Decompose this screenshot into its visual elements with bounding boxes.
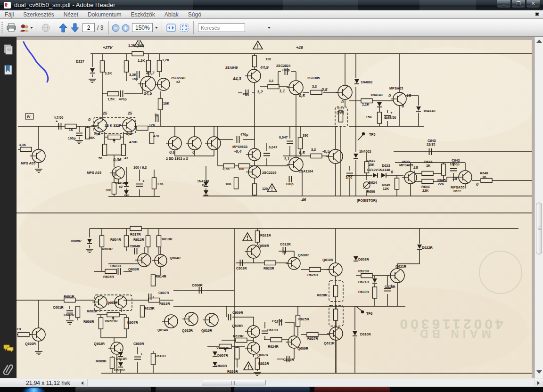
schematic-label: 390 — [303, 133, 308, 138]
schematic-label: 24,5 — [143, 91, 153, 96]
thumb-grip — [538, 227, 541, 230]
arrow-up-icon — [58, 23, 68, 33]
schematic-label: C607R — [158, 291, 169, 295]
schematic-label: (POSISTOR) — [357, 198, 377, 203]
horizontal-scroll-thumb[interactable] — [202, 380, 266, 385]
taskbar-button[interactable] — [314, 387, 390, 392]
menu-edit[interactable]: Szerkesztés — [18, 11, 58, 18]
schematic-label: 0,047 — [269, 145, 277, 149]
document-viewport: 4002116300MAIN BD.++++++27V1,2K (1W)DZ27… — [16, 37, 535, 378]
schematic-label: VR601R — [105, 319, 118, 323]
collaborate-dropdown[interactable] — [29, 21, 34, 34]
schematic-label: R614R — [156, 274, 166, 278]
schematic-label: D607R — [217, 353, 228, 358]
taskbar-button[interactable] — [234, 387, 310, 392]
schematic-label: -0,4 — [234, 149, 242, 154]
vertical-scrollbar[interactable] — [535, 37, 543, 378]
zoom-out-button[interactable] — [111, 21, 120, 34]
plus-circle-icon — [122, 24, 130, 32]
title-bar[interactable]: dual_cv6050_sm.pdf - Adobe Reader _ ❐ ✕ — [0, 0, 543, 10]
schematic-label: R626R — [307, 273, 318, 277]
schematic-label: 470B — [129, 140, 137, 144]
schematic-label: TP6 — [366, 311, 372, 316]
schematic-label: 1K — [426, 163, 431, 168]
close-document-icon[interactable]: ✖ — [535, 11, 539, 17]
schematic-label: Q611R — [324, 341, 335, 345]
schematic-label: C611R — [272, 319, 283, 323]
schematic-label: 47 — [124, 156, 128, 160]
fit-width-button[interactable] — [165, 21, 177, 34]
start-button[interactable] — [25, 388, 43, 392]
pdf-app-icon — [4, 2, 11, 8]
scroll-down-icon[interactable] — [536, 370, 542, 374]
schematic-label: Q621R — [395, 264, 407, 269]
pages-panel-button[interactable] — [3, 44, 13, 55]
schematic-label: 0,47/50 — [385, 115, 396, 120]
schematic-label: R612R — [133, 237, 144, 242]
schematic-label: D622R — [422, 245, 433, 250]
collaborate-button[interactable] — [19, 21, 30, 34]
schematic-label: R627R — [307, 336, 318, 341]
schematic-label: R615R — [144, 306, 155, 310]
schematic-label: +27V — [103, 45, 113, 50]
schematic-label: 1N4148 — [423, 109, 436, 113]
attachments-panel-button[interactable] — [3, 363, 13, 374]
schematic-label: 0 — [388, 93, 391, 98]
fit-page-icon — [179, 23, 189, 33]
menu-file[interactable]: Fájl — [0, 11, 18, 18]
menu-tools[interactable]: Eszközök — [126, 11, 159, 18]
schematic-label: 12K — [383, 187, 389, 191]
scroll-right-icon[interactable] — [537, 381, 540, 385]
schematic-label: 330 — [106, 188, 111, 192]
schematic-label: C606R — [192, 283, 203, 287]
zoom-level-display[interactable]: 150% — [132, 23, 153, 32]
restore-button[interactable]: ❐ — [511, 0, 526, 8]
schematic-label: R620R — [227, 369, 238, 374]
schematic-label: MPS A05 — [87, 171, 101, 175]
zoom-dropdown[interactable] — [154, 21, 159, 34]
search-input[interactable] — [198, 25, 268, 31]
scroll-up-icon[interactable] — [536, 40, 542, 43]
schematic-label: 0,4 — [126, 131, 132, 136]
schematic-label: Q616R — [201, 328, 213, 333]
pdf-page[interactable]: 4002116300MAIN BD.++++++27V1,2K (1W)DZ27… — [16, 40, 532, 378]
schematic-label: C602R — [64, 313, 74, 317]
schematic-label: 1/50 — [346, 175, 352, 180]
previous-page-button[interactable] — [58, 21, 69, 34]
next-page-button[interactable] — [69, 21, 81, 34]
thumb-grip — [231, 381, 236, 385]
schematic-label: 0 — [192, 150, 195, 155]
menu-window[interactable]: Ablak — [160, 11, 183, 18]
background-window-glimpse — [283, 0, 358, 10]
close-button[interactable]: ✕ — [526, 0, 540, 8]
search-dropdown-icon[interactable] — [268, 27, 271, 29]
schematic-label: TP5 — [369, 132, 375, 137]
schematic-label: D623 — [382, 163, 390, 168]
schematic-label: C604R — [130, 244, 140, 248]
zoom-in-button[interactable] — [121, 21, 130, 34]
print-button[interactable] — [5, 21, 18, 34]
page-number-input[interactable] — [83, 24, 94, 32]
schematic-label: 1N4002 — [359, 149, 371, 154]
comments-panel-button[interactable] — [3, 344, 13, 355]
printer-icon — [6, 23, 16, 33]
schematic-label: R622R — [258, 361, 269, 366]
vertical-scroll-thumb[interactable] — [536, 203, 542, 254]
toolbar-grip[interactable] — [1, 22, 3, 33]
schematic-label: 1K — [482, 175, 487, 179]
schematic-label: 1,2K (1W) — [128, 43, 144, 48]
schematic-label: R606R — [83, 319, 94, 324]
fit-page-button[interactable] — [178, 21, 190, 34]
schematic-label: 120 — [265, 57, 271, 61]
taskbar-button[interactable] — [75, 387, 151, 392]
scroll-left-icon[interactable] — [81, 381, 83, 385]
bookmarks-panel-button[interactable] — [3, 64, 13, 75]
menu-document[interactable]: Dokumentum — [83, 11, 126, 18]
taskbar-button[interactable] — [156, 387, 231, 392]
menu-help[interactable]: Súgó — [183, 11, 206, 18]
schematic-label: 22K — [438, 182, 444, 186]
menu-view[interactable]: Nézet — [59, 11, 83, 18]
schematic-label: Q609R — [297, 346, 309, 351]
minimize-button[interactable]: _ — [497, 0, 511, 8]
horizontal-scrollbar[interactable] — [87, 379, 535, 386]
